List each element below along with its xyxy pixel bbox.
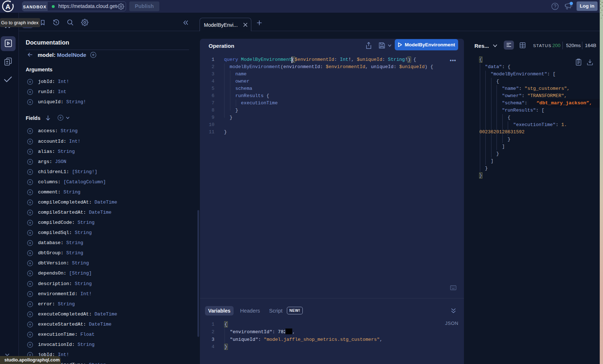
- svg-text:A: A: [5, 3, 11, 11]
